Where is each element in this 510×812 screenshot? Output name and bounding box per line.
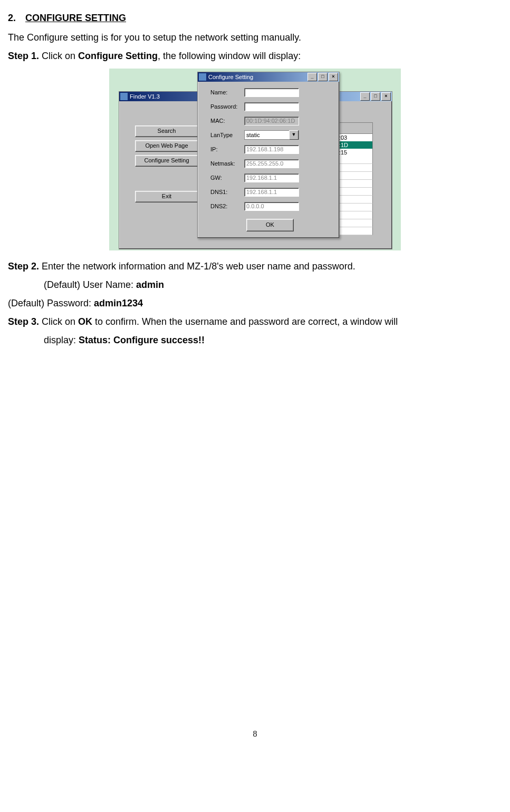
mac-label: MAC: — [210, 117, 244, 126]
configure-body: Name: Password: MAC: 00:1D:94:02:06:1D L… — [198, 82, 339, 238]
lantype-label: LanType — [210, 131, 244, 140]
step3-line1: Step 3. Click on OK to confirm. When the… — [8, 314, 502, 330]
lantype-value: static — [246, 131, 260, 140]
configure-app-icon — [199, 73, 206, 81]
minimize-icon[interactable]: _ — [360, 92, 370, 101]
mac-input: 00:1D:94:02:06:1D — [244, 117, 299, 125]
netmask-row: Netmask: 255.255.255.0 — [210, 158, 330, 169]
intro-text: The Configure setting is for you to setu… — [8, 30, 502, 45]
name-label: Name: — [210, 88, 244, 98]
close-icon[interactable]: × — [381, 92, 391, 101]
netmask-label: Netmask: — [210, 159, 244, 169]
minimize-icon[interactable]: _ — [307, 73, 317, 81]
gw-label: GW: — [210, 173, 244, 183]
ip-label: IP: — [210, 145, 244, 154]
gw-input[interactable]: 192.168.1.1 — [244, 173, 299, 182]
step3-line2: display: Status: Configure success!! — [44, 333, 502, 348]
dns2-input[interactable]: 0.0.0.0 — [244, 202, 299, 211]
gw-row: GW: 192.168.1.1 — [210, 172, 330, 183]
step3-before: Click on — [39, 316, 78, 327]
netmask-input[interactable]: 255.255.255.0 — [244, 159, 299, 168]
default-pass-line: (Default) Password: admin1234 — [8, 296, 502, 311]
lantype-select[interactable]: static ▼ — [244, 130, 299, 140]
finder-exit-group: Exit — [135, 191, 198, 202]
step3-label: Step 3. — [8, 316, 39, 327]
step3-mid: to confirm. When the username and passwo… — [92, 316, 398, 327]
default-user-label: (Default) User Name: — [44, 279, 136, 290]
ip-input[interactable]: 192.168.1.198 — [244, 145, 299, 154]
password-row: Password: — [210, 101, 330, 112]
name-input[interactable] — [244, 88, 299, 97]
step2-label: Step 2. — [8, 261, 39, 272]
dns1-row: DNS1: 192.168.1.1 — [210, 187, 330, 197]
finder-window-controls: _ □ × — [360, 92, 391, 101]
password-label: Password: — [210, 102, 244, 112]
dns1-input[interactable]: 192.168.1.1 — [244, 188, 299, 197]
screenshot-figure: Finder V1.3 _ □ × Search Open Web Page C… — [109, 69, 401, 250]
dns2-row: DNS2: 0.0.0.0 — [210, 201, 330, 211]
step3-ok: OK — [78, 316, 92, 327]
step1-after: , the following window will display: — [158, 51, 301, 61]
ok-button[interactable]: OK — [246, 219, 294, 231]
lantype-row: LanType static ▼ — [210, 130, 330, 140]
configure-setting-button[interactable]: Configure Setting — [135, 155, 198, 167]
dns1-label: DNS1: — [210, 188, 244, 197]
name-row: Name: — [210, 87, 330, 98]
chevron-down-icon: ▼ — [289, 130, 299, 140]
configure-title: Configure Setting — [208, 73, 307, 82]
default-pass-value: admin1234 — [94, 298, 143, 308]
mac-row: MAC: 00:1D:94:02:06:1D — [210, 115, 330, 126]
section-heading: 2.CONFIGURE SETTING — [8, 11, 502, 26]
step1-bold: Configure Setting — [78, 51, 158, 61]
step1-label: Step 1. — [8, 51, 39, 61]
section-title: CONFIGURE SETTING — [25, 13, 126, 23]
search-button[interactable]: Search — [135, 125, 198, 137]
ok-row: OK — [210, 219, 330, 231]
section-number: 2. — [8, 11, 16, 26]
default-pass-label: (Default) Password: — [8, 298, 94, 308]
configure-titlebar: Configure Setting _ □ × — [198, 72, 339, 82]
step3-status: Status: Configure success!! — [79, 335, 205, 345]
password-input[interactable] — [244, 102, 299, 111]
ip-row: IP: 192.168.1.198 — [210, 144, 330, 154]
maximize-icon[interactable]: □ — [371, 92, 380, 101]
configure-window-controls: _ □ × — [307, 73, 338, 81]
default-user-line: (Default) User Name: admin — [44, 277, 502, 293]
configure-window: Configure Setting _ □ × Name: Password: … — [197, 72, 340, 238]
dns2-label: DNS2: — [210, 202, 244, 211]
step1-before: Click on — [39, 51, 78, 61]
step2-body: Enter the network information and MZ-1/8… — [39, 261, 355, 272]
close-icon[interactable]: × — [329, 73, 338, 81]
default-user-value: admin — [136, 279, 164, 290]
exit-button[interactable]: Exit — [135, 191, 198, 202]
maximize-icon[interactable]: □ — [318, 73, 328, 81]
step2-text: Step 2. Enter the network information an… — [8, 259, 502, 274]
page-number: 8 — [8, 727, 502, 741]
open-web-button[interactable]: Open Web Page — [135, 140, 198, 152]
step1-text: Step 1. Click on Configure Setting, the … — [8, 49, 502, 64]
finder-button-group: Search Open Web Page Configure Setting — [135, 125, 198, 167]
step3-line2-before: display: — [44, 335, 79, 345]
finder-app-icon — [120, 93, 128, 100]
